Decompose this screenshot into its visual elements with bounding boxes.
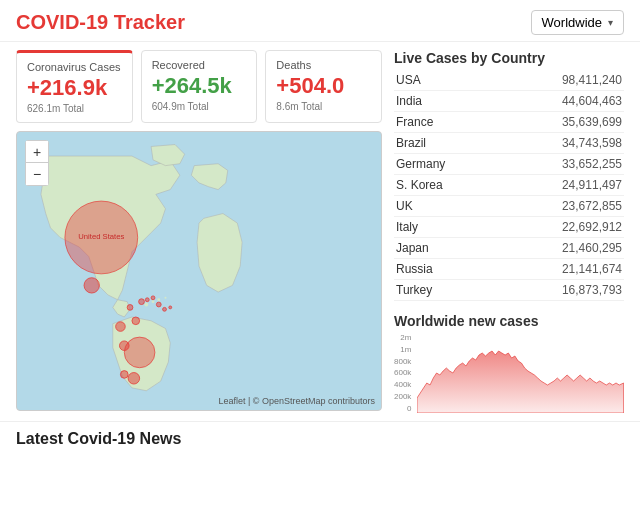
dropdown-label: Worldwide (542, 15, 602, 30)
chart-y-label: 200k (394, 392, 411, 401)
footer-title: Latest Covid-19 News (16, 430, 624, 448)
argentina-bubble (128, 373, 139, 384)
chart-title: Worldwide new cases (394, 313, 624, 329)
country-name: S. Korea (394, 175, 499, 196)
country-cases: 23,672,855 (499, 196, 624, 217)
svg-point-7 (145, 298, 149, 302)
table-row: France35,639,699 (394, 112, 624, 133)
footer-section: Latest Covid-19 News (0, 421, 640, 456)
country-table: USA98,411,240India44,604,463France35,639… (394, 70, 624, 301)
table-row: Italy22,692,912 (394, 217, 624, 238)
table-row: UK23,672,855 (394, 196, 624, 217)
cases-label: Coronavirus Cases (27, 61, 122, 73)
country-cases: 35,639,699 (499, 112, 624, 133)
app-title: COVID-19 Tracker (16, 11, 185, 34)
country-cases: 34,743,598 (499, 133, 624, 154)
country-name: USA (394, 70, 499, 91)
cases-total: 626.1m Total (27, 103, 122, 114)
right-column: Live Cases by Country USA98,411,240India… (394, 50, 624, 413)
country-name: Italy (394, 217, 499, 238)
svg-point-6 (139, 299, 145, 305)
live-cases-title: Live Cases by Country (394, 50, 624, 66)
main-content: Coronavirus Cases +216.9k 626.1m Total R… (0, 42, 640, 421)
chevron-down-icon: ▾ (608, 17, 613, 28)
country-name: India (394, 91, 499, 112)
svg-point-3 (157, 298, 160, 301)
country-cases: 21,141,674 (499, 259, 624, 280)
table-row: Germany33,652,255 (394, 154, 624, 175)
svg-point-12 (127, 305, 133, 311)
worldwide-dropdown[interactable]: Worldwide ▾ (531, 10, 624, 35)
table-row: Brazil34,743,598 (394, 133, 624, 154)
mexico-bubble (84, 278, 99, 293)
country-name: Turkey (394, 280, 499, 301)
peru-bubble (119, 341, 129, 351)
stats-row: Coronavirus Cases +216.9k 626.1m Total R… (16, 50, 382, 123)
country-name: Brazil (394, 133, 499, 154)
deaths-total: 8.6m Total (276, 101, 371, 112)
zoom-out-button[interactable]: − (26, 163, 48, 185)
cases-value: +216.9k (27, 75, 122, 101)
country-name: Germany (394, 154, 499, 175)
svg-point-9 (156, 302, 161, 307)
table-row: S. Korea24,911,497 (394, 175, 624, 196)
svg-point-10 (163, 307, 167, 311)
svg-point-11 (169, 306, 172, 309)
country-name: France (394, 112, 499, 133)
country-name: Japan (394, 238, 499, 259)
brazil-bubble (124, 337, 155, 368)
map-attribution: Leaflet | © OpenStreetMap contributors (218, 396, 375, 406)
table-row: Turkey16,873,793 (394, 280, 624, 301)
chart-y-label: 0 (394, 404, 411, 413)
recovered-label: Recovered (152, 59, 247, 71)
svg-point-13 (132, 317, 140, 325)
deaths-label: Deaths (276, 59, 371, 71)
table-row: Japan21,460,295 (394, 238, 624, 259)
svg-point-14 (120, 371, 128, 379)
live-cases-section: Live Cases by Country USA98,411,240India… (394, 50, 624, 301)
chart-y-label: 400k (394, 380, 411, 389)
map-controls: + − (25, 140, 49, 186)
svg-point-2 (152, 300, 155, 303)
svg-point-1 (144, 303, 148, 307)
chart-y-axis: 2m1m800k600k400k200k0 (394, 333, 413, 413)
chart-wrapper: 2m1m800k600k400k200k0 (394, 333, 624, 413)
svg-point-4 (165, 297, 167, 299)
colombia-bubble (116, 322, 126, 332)
cases-card: Coronavirus Cases +216.9k 626.1m Total (16, 50, 133, 123)
chart-area (417, 333, 624, 413)
chart-y-label: 800k (394, 357, 411, 366)
country-cases: 24,911,497 (499, 175, 624, 196)
table-row: Russia21,141,674 (394, 259, 624, 280)
map-container: + − (16, 131, 382, 411)
chart-y-label: 600k (394, 368, 411, 377)
chart-svg (417, 333, 624, 413)
recovered-card: Recovered +264.5k 604.9m Total (141, 50, 258, 123)
country-cases: 16,873,793 (499, 280, 624, 301)
map-svg: United States (17, 132, 381, 410)
recovered-total: 604.9m Total (152, 101, 247, 112)
zoom-in-button[interactable]: + (26, 141, 48, 163)
table-row: USA98,411,240 (394, 70, 624, 91)
chart-section: Worldwide new cases 2m1m800k600k400k200k… (394, 313, 624, 413)
svg-text:United States: United States (78, 232, 124, 241)
deaths-value: +504.0 (276, 73, 371, 99)
recovered-value: +264.5k (152, 73, 247, 99)
chart-y-label: 1m (394, 345, 411, 354)
header: COVID-19 Tracker Worldwide ▾ (0, 0, 640, 42)
country-name: UK (394, 196, 499, 217)
left-column: Coronavirus Cases +216.9k 626.1m Total R… (16, 50, 382, 413)
svg-point-8 (151, 296, 155, 300)
country-name: Russia (394, 259, 499, 280)
country-cases: 21,460,295 (499, 238, 624, 259)
chart-y-label: 2m (394, 333, 411, 342)
country-cases: 22,692,912 (499, 217, 624, 238)
country-cases: 44,604,463 (499, 91, 624, 112)
country-cases: 98,411,240 (499, 70, 624, 91)
deaths-card: Deaths +504.0 8.6m Total (265, 50, 382, 123)
country-cases: 33,652,255 (499, 154, 624, 175)
table-row: India44,604,463 (394, 91, 624, 112)
